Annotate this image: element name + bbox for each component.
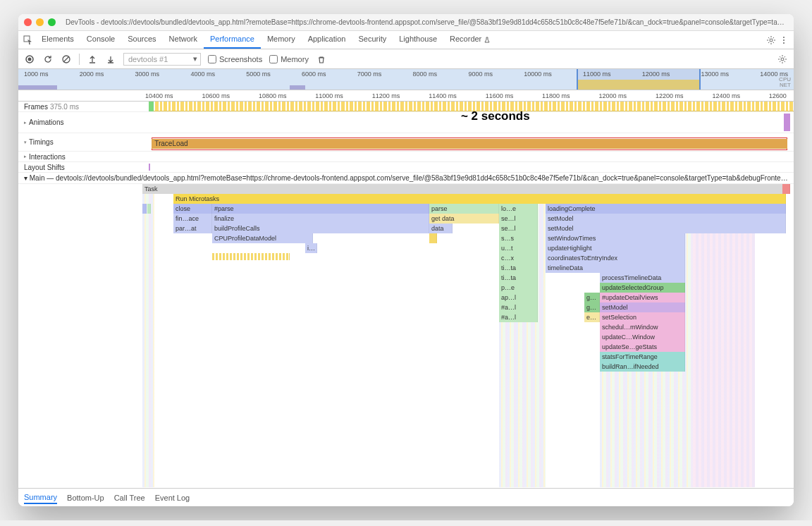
tab-bottomup[interactable]: Bottom-Up (67, 492, 104, 503)
flame-entry[interactable]: e… (584, 312, 600, 322)
inspect-icon[interactable] (23, 35, 34, 46)
tab-application[interactable]: Application (302, 31, 352, 48)
flame-sliver[interactable] (142, 204, 147, 214)
flame-task[interactable]: Task (142, 184, 786, 194)
flame-entry[interactable]: updateSelectedGroup (600, 283, 685, 293)
flamechart[interactable]: Task Run Microtasks close #parse parse l… (18, 184, 794, 494)
flame-entry[interactable]: updateC…Window (600, 332, 685, 342)
screenshots-checkbox[interactable]: Screenshots (208, 55, 262, 63)
frames-value: 375.0 ms (50, 103, 79, 111)
flame-entry[interactable]: setModel (546, 224, 786, 233)
flame-entry[interactable]: finalize (212, 214, 429, 224)
close-icon[interactable] (24, 18, 32, 26)
flame-entry[interactable]: close (173, 204, 212, 214)
main-track-label[interactable]: ▾ Main — devtools://devtools/bundled/dev… (18, 173, 794, 184)
flame-sliver[interactable] (212, 253, 290, 260)
flame-entry[interactable]: se…l (499, 214, 538, 224)
main-prefix: Main — (30, 174, 54, 182)
flame-entry[interactable]: loadingComplete (546, 204, 786, 214)
flame-entry[interactable]: parse (429, 204, 499, 214)
flame-entry[interactable]: setModel (546, 214, 786, 224)
ov-tick: 2000 ms (80, 71, 104, 78)
tab-elements[interactable]: Elements (35, 31, 80, 48)
capture-settings-icon[interactable] (777, 54, 788, 65)
upload-button[interactable] (87, 54, 98, 65)
flame-sliver[interactable] (147, 204, 152, 214)
flame-entry[interactable]: setSelection (600, 312, 685, 322)
flame-long-task[interactable] (782, 184, 790, 194)
flame-entry[interactable]: s…s (499, 233, 538, 243)
tab-recorder[interactable]: Recorder (443, 31, 497, 48)
flame-entry[interactable]: setModel (600, 302, 685, 312)
flame-entry[interactable]: ti…ta (499, 263, 538, 273)
tab-summary[interactable]: Summary (24, 491, 57, 504)
flame-entry[interactable]: #parse (212, 204, 429, 214)
interactions-label: Interactions (29, 153, 66, 161)
flame-entry[interactable]: setWindowTimes (546, 233, 685, 243)
flame-entry[interactable]: statsForTimeRange (600, 352, 685, 362)
flame-entry[interactable]: lo…e (499, 204, 538, 214)
svg-point-2 (783, 37, 785, 38)
flame-entry[interactable]: se…l (499, 224, 538, 233)
download-button[interactable] (105, 54, 116, 65)
maximize-icon[interactable] (48, 18, 56, 26)
more-icon[interactable] (778, 35, 789, 46)
tab-performance[interactable]: Performance (204, 31, 261, 48)
flame-entry[interactable]: updateSe…geStats (600, 342, 685, 352)
tab-eventlog[interactable]: Event Log (155, 492, 190, 503)
flame-entry[interactable]: g… (584, 302, 600, 312)
traceload-bar[interactable]: TraceLoad (152, 139, 787, 149)
flame-entry[interactable]: ti…ta (499, 273, 538, 283)
tab-console[interactable]: Console (80, 31, 121, 48)
flame-entry[interactable]: CPUProfileDataModel (212, 233, 313, 243)
frames-track[interactable]: Frames 375.0 ms (18, 102, 794, 112)
flame-entry[interactable]: buildProfileCalls (212, 224, 429, 233)
settings-icon[interactable] (765, 35, 777, 46)
svg-point-9 (781, 58, 784, 61)
flame-entry[interactable]: fin…ace (173, 214, 212, 224)
flame-entry[interactable]: u…t (499, 243, 538, 253)
flame-entry[interactable]: timelineData (546, 263, 685, 273)
ruler-tick: 12400 ms (712, 92, 740, 99)
tab-network[interactable]: Network (163, 31, 204, 48)
tab-security[interactable]: Security (352, 31, 393, 48)
perf-toolbar: devtools #1 Screenshots Memory (18, 49, 794, 69)
flame-entry[interactable]: ap…l (499, 293, 538, 302)
layoutshifts-track[interactable]: Layout Shifts (18, 162, 794, 173)
tab-memory[interactable]: Memory (261, 31, 302, 48)
flame-entry[interactable]: buildRan…ifNeeded (600, 362, 685, 372)
frames-label: Frames (24, 103, 48, 111)
timeline-overview[interactable]: 1000 ms 2000 ms 3000 ms 4000 ms 5000 ms … (18, 69, 794, 90)
timings-track[interactable]: ▾Timings TraceLoad (18, 133, 794, 152)
flame-run-microtasks[interactable]: Run Microtasks (173, 194, 786, 204)
profile-dropdown[interactable]: devtools #1 (123, 53, 201, 66)
gc-button[interactable] (316, 54, 327, 65)
clear-button[interactable] (61, 54, 72, 65)
reload-button[interactable] (42, 54, 54, 65)
tab-calltree[interactable]: Call Tree (114, 492, 145, 503)
interactions-track[interactable]: ▸Interactions (18, 152, 794, 162)
details-tabbar: Summary Bottom-Up Call Tree Event Log (18, 488, 794, 506)
layoutshifts-label: Layout Shifts (24, 164, 65, 171)
flame-entry[interactable]: processTimelineData (600, 273, 685, 283)
flame-entry[interactable]: updateHighlight (546, 243, 685, 253)
flame-entry[interactable]: g… (584, 293, 600, 302)
flame-entry[interactable]: #a…l (499, 302, 538, 312)
record-button[interactable] (24, 54, 35, 65)
flame-entry[interactable]: data (429, 224, 453, 233)
flame-entry[interactable]: coordinatesToEntryIndex (546, 253, 685, 263)
flame-entry[interactable]: p…e (499, 283, 538, 293)
animations-track[interactable]: ▸Animations ~ 2 seconds (18, 112, 794, 133)
flame-entry[interactable]: c…x (499, 253, 538, 263)
flame-entry[interactable]: #updateDetailViews (600, 293, 685, 302)
flame-entry[interactable] (429, 233, 437, 243)
tab-sources[interactable]: Sources (121, 31, 162, 48)
flame-entry[interactable]: schedul…mWindow (600, 322, 685, 332)
memory-checkbox[interactable]: Memory (269, 55, 309, 63)
flame-entry[interactable]: get data (429, 214, 499, 224)
tab-lighthouse[interactable]: Lighthouse (393, 31, 443, 48)
flame-entry[interactable]: par…at (173, 224, 212, 233)
flame-entry[interactable]: i… (305, 243, 317, 253)
flame-entry[interactable]: #a…l (499, 312, 538, 322)
minimize-icon[interactable] (36, 18, 44, 26)
